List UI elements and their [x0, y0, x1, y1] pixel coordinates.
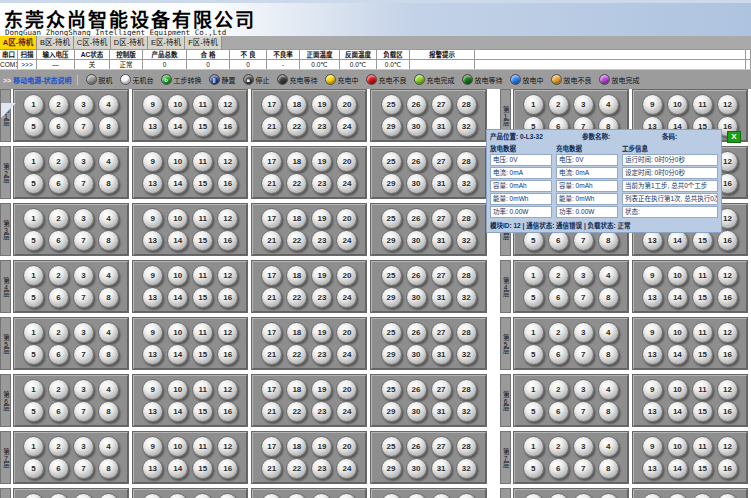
battery-cell[interactable]: 9 [142, 379, 163, 400]
battery-cell[interactable]: 31 [431, 287, 452, 308]
battery-cell[interactable]: 14 [167, 116, 188, 137]
battery-cell[interactable]: 1 [23, 493, 44, 498]
battery-cell[interactable]: 9 [642, 379, 663, 400]
battery-cell[interactable]: 3 [573, 322, 594, 343]
battery-cell[interactable]: 2 [48, 379, 69, 400]
battery-cell[interactable]: 3 [573, 265, 594, 286]
battery-cell[interactable]: 5 [23, 173, 44, 194]
battery-cell[interactable]: 7 [573, 230, 594, 251]
battery-cell[interactable]: 17 [261, 322, 282, 343]
battery-cell[interactable]: 29 [381, 116, 402, 137]
battery-cell[interactable]: 26 [406, 151, 427, 172]
battery-cell[interactable]: 17 [261, 208, 282, 229]
battery-cell[interactable]: 10 [667, 94, 688, 115]
battery-cell[interactable]: 4 [598, 265, 619, 286]
battery-cell[interactable]: 20 [336, 94, 357, 115]
battery-cell[interactable]: 25 [381, 94, 402, 115]
battery-cell[interactable]: 4 [598, 322, 619, 343]
battery-cell[interactable]: 14 [667, 344, 688, 365]
battery-cell[interactable]: 29 [381, 230, 402, 251]
battery-cell[interactable]: 25 [381, 379, 402, 400]
battery-cell[interactable]: 17 [261, 265, 282, 286]
battery-cell[interactable]: 15 [192, 116, 213, 137]
battery-cell[interactable]: 26 [406, 322, 427, 343]
battery-cell[interactable]: 6 [48, 458, 69, 479]
battery-cell[interactable]: 6 [548, 344, 569, 365]
battery-cell[interactable]: 4 [98, 436, 119, 457]
battery-cell[interactable]: 7 [73, 458, 94, 479]
battery-cell[interactable]: 9 [142, 493, 163, 498]
battery-cell[interactable]: 19 [311, 322, 332, 343]
battery-cell[interactable]: 9 [142, 94, 163, 115]
battery-cell[interactable]: 30 [406, 287, 427, 308]
battery-cell[interactable]: 16 [717, 458, 738, 479]
battery-cell[interactable]: 7 [573, 401, 594, 422]
battery-cell[interactable]: 12 [217, 94, 238, 115]
battery-cell[interactable]: 31 [431, 458, 452, 479]
battery-cell[interactable]: 16 [217, 344, 238, 365]
battery-cell[interactable]: 10 [667, 379, 688, 400]
battery-cell[interactable]: 4 [598, 493, 619, 498]
battery-cell[interactable]: 3 [573, 436, 594, 457]
battery-cell[interactable]: 6 [548, 401, 569, 422]
battery-cell[interactable]: 13 [142, 287, 163, 308]
battery-cell[interactable]: 5 [523, 287, 544, 308]
battery-cell[interactable]: 5 [23, 458, 44, 479]
battery-cell[interactable]: 14 [167, 458, 188, 479]
battery-cell[interactable]: 32 [456, 230, 477, 251]
battery-cell[interactable]: 17 [261, 151, 282, 172]
battery-cell[interactable]: 20 [336, 151, 357, 172]
battery-cell[interactable]: 25 [381, 493, 402, 498]
battery-cell[interactable]: 15 [692, 230, 713, 251]
battery-cell[interactable]: 4 [598, 94, 619, 115]
battery-cell[interactable]: 3 [573, 493, 594, 498]
battery-cell[interactable]: 6 [48, 230, 69, 251]
battery-cell[interactable]: 13 [642, 401, 663, 422]
battery-cell[interactable]: 24 [336, 116, 357, 137]
battery-cell[interactable]: 15 [692, 401, 713, 422]
battery-cell[interactable]: 11 [692, 379, 713, 400]
battery-cell[interactable]: 3 [573, 379, 594, 400]
battery-cell[interactable]: 15 [692, 344, 713, 365]
battery-cell[interactable]: 10 [167, 208, 188, 229]
battery-cell[interactable]: 7 [73, 401, 94, 422]
battery-cell[interactable]: 4 [98, 265, 119, 286]
battery-cell[interactable]: 18 [286, 94, 307, 115]
battery-cell[interactable]: 5 [23, 344, 44, 365]
battery-cell[interactable]: 2 [48, 151, 69, 172]
battery-cell[interactable]: 19 [311, 493, 332, 498]
battery-cell[interactable]: 9 [642, 265, 663, 286]
battery-cell[interactable]: 3 [573, 94, 594, 115]
battery-cell[interactable]: 29 [381, 344, 402, 365]
battery-cell[interactable]: 15 [692, 287, 713, 308]
battery-cell[interactable]: 12 [717, 322, 738, 343]
battery-cell[interactable]: 17 [261, 94, 282, 115]
battery-cell[interactable]: 15 [692, 458, 713, 479]
battery-cell[interactable]: 8 [598, 344, 619, 365]
battery-cell[interactable]: 28 [456, 436, 477, 457]
battery-cell[interactable]: 24 [336, 173, 357, 194]
battery-cell[interactable]: 7 [73, 344, 94, 365]
battery-cell[interactable]: 14 [167, 173, 188, 194]
battery-cell[interactable]: 26 [406, 94, 427, 115]
battery-cell[interactable]: 8 [598, 401, 619, 422]
battery-cell[interactable]: 15 [192, 344, 213, 365]
battery-cell[interactable]: 24 [336, 458, 357, 479]
battery-cell[interactable]: 14 [167, 401, 188, 422]
battery-cell[interactable]: 16 [717, 230, 738, 251]
battery-cell[interactable]: 22 [286, 173, 307, 194]
battery-cell[interactable]: 4 [598, 436, 619, 457]
battery-cell[interactable]: 1 [523, 265, 544, 286]
battery-cell[interactable]: 32 [456, 173, 477, 194]
battery-cell[interactable]: 16 [217, 287, 238, 308]
battery-cell[interactable]: 22 [286, 287, 307, 308]
battery-cell[interactable]: 20 [336, 322, 357, 343]
battery-cell[interactable]: 25 [381, 436, 402, 457]
battery-cell[interactable]: 30 [406, 230, 427, 251]
battery-cell[interactable]: 11 [192, 94, 213, 115]
battery-cell[interactable]: 2 [548, 436, 569, 457]
battery-cell[interactable]: 23 [311, 401, 332, 422]
battery-cell[interactable]: 11 [692, 493, 713, 498]
battery-cell[interactable]: 13 [642, 458, 663, 479]
battery-cell[interactable]: 30 [406, 173, 427, 194]
